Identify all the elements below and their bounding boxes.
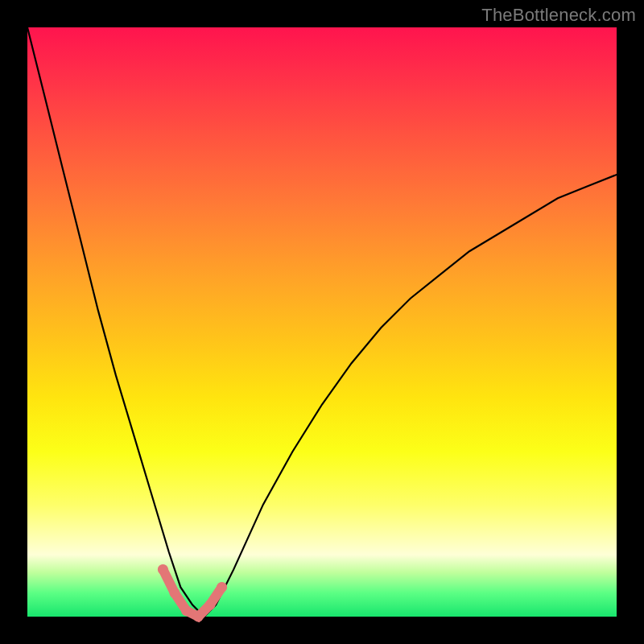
marker-dot — [217, 582, 227, 592]
marker-dot — [170, 588, 180, 598]
marker-dot — [193, 612, 204, 622]
curve-svg — [27, 27, 617, 617]
plot-area — [27, 27, 617, 617]
marker-group — [158, 564, 227, 622]
marker-dot — [181, 605, 192, 616]
marker-dot — [204, 600, 215, 610]
chart-frame: TheBottleneck.com — [0, 0, 644, 644]
marker-dot — [158, 564, 168, 575]
watermark-text: TheBottleneck.com — [481, 5, 636, 26]
bottleneck-curve — [27, 27, 617, 617]
